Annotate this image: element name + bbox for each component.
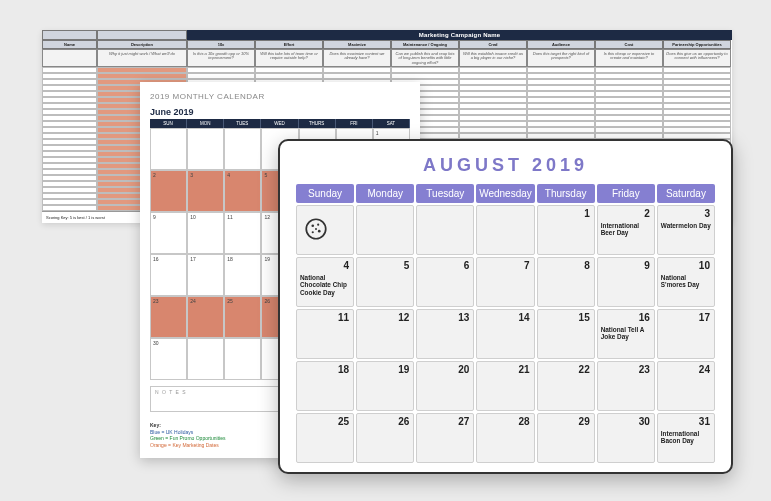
august-day-cell: 2International Beer Day [597, 205, 655, 255]
august-day-cell: 11 [296, 309, 354, 359]
svg-point-2 [317, 224, 319, 226]
august-week-row: 25262728293031International Bacon Day [296, 413, 715, 463]
june-dow: THURS [299, 119, 336, 128]
august-day-cell: 22 [537, 361, 595, 411]
spreadsheet-title: Marketing Campaign Name [187, 30, 732, 40]
june-day-cell: 24 [187, 296, 224, 338]
august-day-number: 12 [398, 312, 409, 323]
august-day-number: 14 [518, 312, 529, 323]
sub-maintenance: Can we publish this and reap lots of lon… [391, 49, 459, 67]
august-day-number: 2 [644, 208, 650, 219]
august-day-number: 28 [518, 416, 529, 427]
august-week-row: 4National Chocolate Chip Cookie Day56789… [296, 257, 715, 307]
august-week-row: 12International Beer Day3Watermelon Day [296, 205, 715, 255]
august-day-cell: 6 [416, 257, 474, 307]
august-day-cell: 8 [537, 257, 595, 307]
august-day-cell [416, 205, 474, 255]
august-day-number: 17 [699, 312, 710, 323]
sub-description: Why it just might work / What we'll do [97, 49, 187, 67]
sub-audience: Does this target the right kind of prosp… [527, 49, 595, 67]
august-day-cell: 3Watermelon Day [657, 205, 715, 255]
june-day-cell [150, 128, 187, 170]
aug-dow: Sunday [296, 184, 354, 203]
june-day-cell: 17 [187, 254, 224, 296]
sub-partnership: Does this give us an opportunity to conn… [663, 49, 731, 67]
august-day-cell: 30 [597, 413, 655, 463]
aug-dow: Thursday [537, 184, 595, 203]
august-day-cell: 5 [356, 257, 414, 307]
col-cost: Cost [595, 40, 663, 49]
august-day-cell: 28 [476, 413, 534, 463]
august-day-cell: 9 [597, 257, 655, 307]
june-day-cell: 9 [150, 212, 187, 254]
cookie-icon [303, 216, 329, 242]
august-day-cell: 1 [537, 205, 595, 255]
august-day-cell: 12 [356, 309, 414, 359]
june-day-cell: 3 [187, 170, 224, 212]
august-day-cell: 18 [296, 361, 354, 411]
august-day-number: 13 [458, 312, 469, 323]
august-day-cell: 21 [476, 361, 534, 411]
spreadsheet-subheader-row: Why it just might work / What we'll do I… [42, 49, 732, 67]
aug-dow: Monday [356, 184, 414, 203]
june-day-cell: 23 [150, 296, 187, 338]
june-day-cell: 2 [150, 170, 187, 212]
august-day-cell: 4National Chocolate Chip Cookie Day [296, 257, 354, 307]
august-day-cell [476, 205, 534, 255]
august-day-number: 18 [338, 364, 349, 375]
june-day-cell: 25 [224, 296, 261, 338]
august-week-row: 111213141516National Tell A Joke Day17 [296, 309, 715, 359]
june-day-cell: 4 [224, 170, 261, 212]
sub-effort: Will this take lots of team time or requ… [255, 49, 323, 67]
august-day-cell: 27 [416, 413, 474, 463]
svg-point-1 [311, 224, 314, 227]
june-dow: SUN [150, 119, 187, 128]
august-day-cell: 23 [597, 361, 655, 411]
august-event-label: National Tell A Joke Day [601, 326, 651, 341]
august-day-number: 27 [458, 416, 469, 427]
sub-10x: Is this a 10x growth opp or 10% improvem… [187, 49, 255, 67]
august-event-label: International Beer Day [601, 222, 651, 237]
august-day-number: 31 [699, 416, 710, 427]
col-maximize: Maximize [323, 40, 391, 49]
june-dow: FRI [336, 119, 373, 128]
aug-dow: Wednesday [476, 184, 534, 203]
august-day-number: 20 [458, 364, 469, 375]
august-calendar: AUGUST 2019 Sunday Monday Tuesday Wednes… [278, 139, 733, 474]
august-day-cell: 13 [416, 309, 474, 359]
june-day-cell: 18 [224, 254, 261, 296]
august-day-cell: 14 [476, 309, 534, 359]
august-day-number: 8 [584, 260, 590, 271]
august-day-cell: 19 [356, 361, 414, 411]
sub-maximize: Does this maximize content we already ha… [323, 49, 391, 67]
august-day-number: 19 [398, 364, 409, 375]
august-event-label: International Bacon Day [661, 430, 711, 445]
col-10x: 10x [187, 40, 255, 49]
august-event-label: National S'mores Day [661, 274, 711, 289]
june-dow: MON [187, 119, 224, 128]
june-supertitle: 2019 MONTHLY CALENDAR [150, 92, 410, 101]
june-day-cell: 30 [150, 338, 187, 380]
sub-name [42, 49, 97, 67]
august-day-number: 1 [584, 208, 590, 219]
august-day-cell: 31International Bacon Day [657, 413, 715, 463]
svg-point-3 [318, 230, 321, 233]
august-day-cell: 10National S'mores Day [657, 257, 715, 307]
june-dow: TUES [224, 119, 261, 128]
august-day-cell: 24 [657, 361, 715, 411]
aug-dow: Saturday [657, 184, 715, 203]
august-day-number: 9 [644, 260, 650, 271]
aug-dow: Tuesday [416, 184, 474, 203]
august-day-number: 30 [639, 416, 650, 427]
col-partnership: Partnership Opportunities [663, 40, 731, 49]
june-day-cell [187, 338, 224, 380]
august-day-cell: 17 [657, 309, 715, 359]
august-title: AUGUST 2019 [296, 155, 715, 176]
august-day-number: 24 [699, 364, 710, 375]
col-name: Name [42, 40, 97, 49]
june-day-cell [187, 128, 224, 170]
june-title: June 2019 [150, 107, 410, 117]
sub-cost: Is this cheap or expensive to create and… [595, 49, 663, 67]
august-day-cell: 7 [476, 257, 534, 307]
june-dow-row: SUN MON TUES WED THURS FRI SAT [150, 119, 410, 128]
